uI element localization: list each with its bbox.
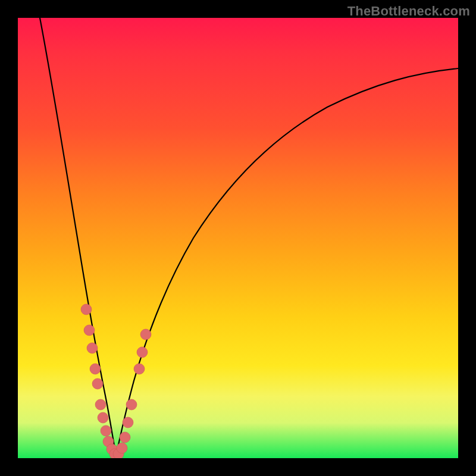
bead <box>117 443 127 453</box>
curve-svg <box>18 18 458 458</box>
bead <box>134 364 145 374</box>
bead <box>87 343 98 353</box>
plot-area <box>18 18 458 458</box>
chart-frame: TheBottleneck.com <box>0 0 476 476</box>
curve-left <box>40 18 116 455</box>
bead <box>95 399 106 410</box>
beads-group <box>81 304 151 458</box>
bead <box>84 325 95 336</box>
bead <box>92 378 103 389</box>
bead <box>101 425 111 436</box>
curve-right <box>116 68 458 455</box>
bead <box>140 329 151 340</box>
attribution-text: TheBottleneck.com <box>347 4 470 19</box>
bead <box>123 417 133 428</box>
bead <box>126 399 137 410</box>
bead <box>137 347 148 358</box>
bead <box>90 364 101 374</box>
bead <box>98 412 108 423</box>
bead <box>120 432 130 443</box>
bead <box>81 304 92 315</box>
